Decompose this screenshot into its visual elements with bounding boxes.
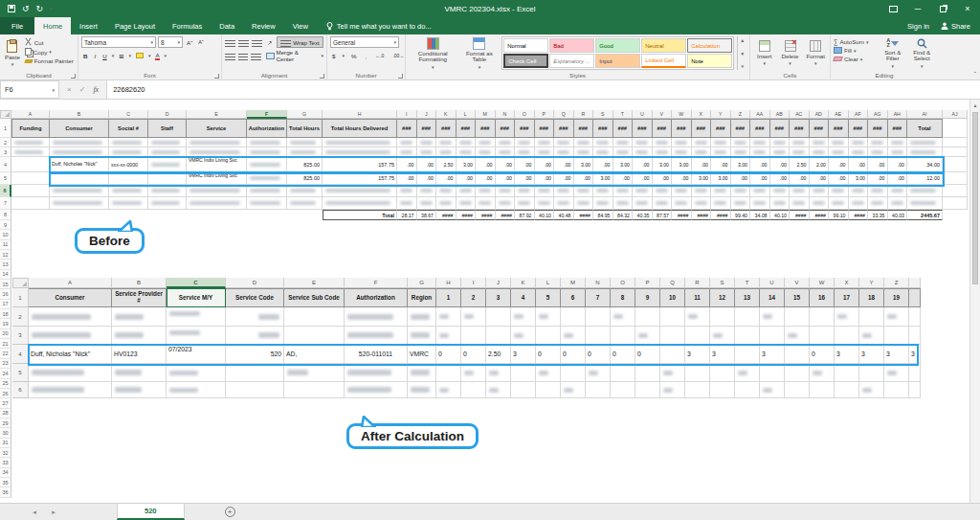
after-row-header-2[interactable]: 2 [12, 307, 29, 327]
after-row-header-4[interactable]: 4 [12, 345, 29, 364]
column-header-O[interactable]: O [515, 110, 535, 119]
after-day-value-cell[interactable] [785, 345, 810, 364]
day-value-cell[interactable]: 3.00 [613, 157, 634, 172]
cell[interactable] [457, 185, 477, 197]
header-day[interactable]: ### [750, 119, 770, 138]
after-column-header-F[interactable]: F [345, 278, 408, 288]
header-C[interactable]: Social # [109, 119, 148, 138]
cell[interactable] [50, 138, 109, 147]
day-value-cell[interactable]: .00 [436, 172, 457, 185]
day-value-cell[interactable]: .00 [829, 172, 849, 185]
after-header-consumer[interactable]: Consumer [29, 288, 112, 307]
header-B[interactable]: Consumer [50, 119, 109, 138]
increase-decimal-button[interactable]: ←.0 [373, 50, 386, 61]
after-header-day[interactable]: 14 [760, 288, 785, 307]
header-day[interactable]: ### [731, 119, 751, 138]
alignment-dialog-launcher[interactable] [320, 74, 324, 79]
cell[interactable] [810, 382, 835, 398]
column-total-cell[interactable]: 38.67 [417, 210, 437, 220]
comma-style-button[interactable]: , [363, 50, 368, 61]
column-header-H[interactable]: H [323, 110, 397, 119]
cell[interactable] [711, 138, 731, 147]
style-note[interactable]: Note [687, 54, 732, 68]
cell[interactable] [486, 327, 511, 345]
cell[interactable] [868, 147, 888, 157]
cell[interactable] [408, 327, 436, 345]
cell[interactable] [829, 138, 849, 147]
cell[interactable] [457, 138, 477, 147]
cell[interactable] [554, 147, 574, 157]
after-header-region[interactable]: Region [408, 288, 436, 307]
header-day[interactable]: ### [653, 119, 673, 138]
clear-button[interactable]: Clear▾ [834, 56, 877, 62]
cell[interactable] [561, 327, 586, 345]
after-header-day[interactable]: 17 [835, 288, 859, 307]
font-size-select[interactable]: 8▾ [158, 36, 183, 48]
after-day-value-cell[interactable]: 0 [461, 345, 486, 364]
cell[interactable] [148, 197, 187, 210]
after-column-header-S[interactable]: S [710, 278, 735, 288]
decrease-decimal-button[interactable]: .00→ [390, 50, 406, 61]
cell[interactable] [287, 210, 323, 220]
after-header-service-code[interactable]: Service Code [226, 288, 284, 307]
conditional-formatting-button[interactable]: Conditional Formatting▾ [409, 36, 457, 70]
confirm-entry-icon[interactable]: ✓ [79, 85, 86, 94]
cell[interactable] [187, 147, 247, 157]
cell[interactable] [148, 185, 187, 197]
cell[interactable] [859, 364, 884, 382]
cell[interactable] [515, 197, 535, 210]
cell[interactable] [829, 197, 849, 210]
row-header-3[interactable]: 3 [0, 147, 11, 157]
cell[interactable] [247, 197, 287, 210]
orientation-button[interactable]: ↗ [265, 36, 274, 48]
cell[interactable] [593, 138, 613, 147]
style-good[interactable]: Good [595, 38, 640, 53]
after-header-day[interactable]: 7 [586, 288, 611, 307]
column-total-cell[interactable]: 34.08 [750, 210, 770, 220]
column-header-P[interactable]: P [535, 110, 555, 119]
row-header-11[interactable]: 11 [0, 240, 11, 250]
after-day-value-cell[interactable]: 0 [810, 345, 835, 364]
column-total-cell[interactable]: #### [476, 210, 496, 220]
cell[interactable] [11, 210, 50, 220]
after-column-header-D[interactable]: D [226, 278, 284, 288]
column-header-Z[interactable]: Z [731, 110, 751, 119]
cell[interactable] [672, 185, 692, 197]
cell[interactable] [909, 364, 921, 382]
cell[interactable] [50, 210, 109, 220]
column-header-S[interactable]: S [593, 110, 613, 119]
cell[interactable] [888, 147, 908, 157]
cell[interactable] [810, 147, 830, 157]
column-total-cell[interactable]: 84.95 [593, 210, 613, 220]
after-column-header-M[interactable]: M [561, 278, 586, 288]
after-day-value-cell[interactable]: 0 [611, 345, 635, 364]
vertical-scrollbar-thumb[interactable] [972, 112, 978, 284]
column-header-AG[interactable]: AG [868, 110, 888, 119]
cell[interactable] [750, 197, 770, 210]
cell[interactable] [710, 327, 735, 345]
cell[interactable] [417, 185, 437, 197]
day-value-cell[interactable]: .00 [770, 172, 791, 185]
row-header-12[interactable]: 12 [0, 250, 11, 260]
cell[interactable] [345, 327, 408, 345]
paste-button[interactable]: Paste▾ [3, 36, 22, 70]
after-column-header-G[interactable]: G [408, 278, 436, 288]
cell[interactable] [593, 147, 613, 157]
column-total-cell[interactable]: 99.10 [829, 210, 849, 220]
cell[interactable] [287, 147, 323, 157]
cell[interactable] [685, 307, 710, 327]
after-day-value-cell[interactable]: 0 [586, 345, 611, 364]
cell[interactable] [750, 147, 770, 157]
after-header-day[interactable]: 3 [486, 288, 511, 307]
sort-filter-button[interactable]: AZ Sort & Filter▾ [880, 36, 905, 70]
cell[interactable] [810, 185, 830, 197]
header-day[interactable]: ### [672, 119, 692, 138]
cell[interactable] [760, 382, 785, 398]
day-value-cell[interactable]: .00 [457, 172, 477, 185]
cell[interactable] [611, 307, 635, 327]
after-header-day[interactable]: 10 [660, 288, 685, 307]
cell[interactable] [436, 307, 461, 327]
formula-input[interactable]: 22682620 [107, 80, 980, 99]
cell[interactable] [112, 382, 167, 398]
day-value-cell[interactable]: .00 [397, 172, 417, 185]
